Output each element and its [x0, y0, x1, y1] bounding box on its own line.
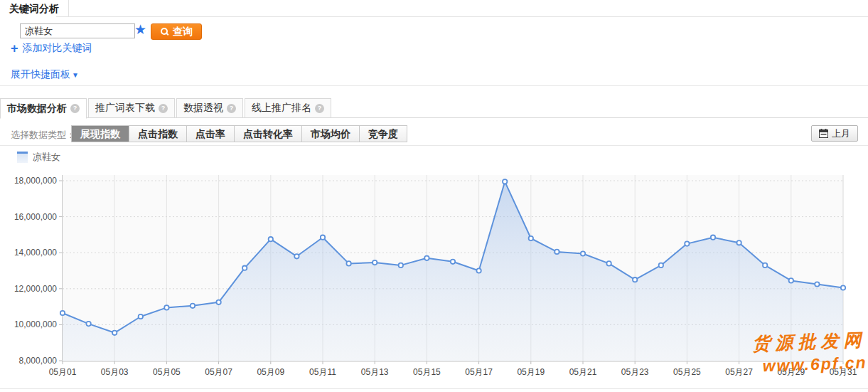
- data-point[interactable]: [294, 254, 299, 258]
- data-point[interactable]: [763, 263, 767, 267]
- caret-down-icon: ▼: [72, 71, 79, 79]
- data-type-option-competition[interactable]: 竞争度: [360, 126, 407, 142]
- legend-label: 凉鞋女: [33, 151, 60, 164]
- data-point[interactable]: [451, 260, 455, 264]
- query-button[interactable]: 查询: [151, 23, 202, 40]
- x-axis-tick-label: 05月07: [205, 367, 232, 377]
- x-axis-tick-label: 05月01: [49, 367, 77, 377]
- data-point[interactable]: [346, 261, 350, 265]
- data-point[interactable]: [581, 251, 585, 255]
- data-point[interactable]: [736, 240, 741, 245]
- y-axis-tick-label: 8,000,000: [19, 356, 58, 366]
- data-point[interactable]: [216, 300, 220, 304]
- tab-promo-wordlist-download[interactable]: 推广词表下载?: [88, 98, 175, 118]
- search-icon: [160, 27, 169, 36]
- keyword-analysis-page: 关键词分析 ★ 查询 + 添加对比关键词 展开快捷面板▼ 市场数据分析?推广词表…: [0, 0, 868, 392]
- chart-legend: 凉鞋女: [17, 151, 60, 164]
- data-point[interactable]: [606, 261, 611, 265]
- data-point[interactable]: [191, 304, 195, 308]
- calendar-icon: [819, 129, 828, 138]
- trend-chart: 8,000,00010,000,00012,000,00014,000,0001…: [0, 171, 868, 392]
- x-axis-tick-label: 05月05: [153, 367, 181, 377]
- y-axis-tick-label: 14,000,000: [14, 248, 57, 258]
- y-axis-tick-label: 18,000,000: [14, 176, 57, 186]
- data-point[interactable]: [242, 266, 247, 270]
- help-icon[interactable]: ?: [159, 104, 168, 113]
- data-point[interactable]: [399, 263, 403, 267]
- data-point[interactable]: [529, 236, 533, 240]
- x-axis-tick-label: 05月25: [673, 367, 701, 377]
- data-type-option-click-index[interactable]: 点击指数: [129, 126, 187, 142]
- trend-chart-svg: 8,000,00010,000,00012,000,00014,000,0001…: [0, 171, 868, 392]
- x-axis-tick-label: 05月21: [569, 367, 597, 377]
- y-axis-tick-label: 12,000,000: [14, 284, 57, 294]
- x-axis-tick-label: 05月29: [777, 367, 805, 377]
- add-compare-label: 添加对比关键词: [23, 42, 92, 55]
- x-axis-tick-label: 05月13: [361, 367, 389, 377]
- section-divider: [0, 145, 868, 146]
- query-button-label: 查询: [173, 26, 193, 38]
- data-type-option-click-conversion-rate[interactable]: 点击转化率: [235, 126, 302, 142]
- data-point[interactable]: [554, 250, 559, 254]
- help-icon[interactable]: ?: [315, 104, 324, 113]
- x-axis-tick-label: 05月27: [725, 367, 753, 377]
- x-axis-tick-label: 05月11: [309, 367, 336, 377]
- legend-area-marker-icon: [17, 152, 28, 163]
- y-axis-tick-label: 16,000,000: [14, 212, 57, 222]
- data-point[interactable]: [476, 268, 481, 272]
- help-icon[interactable]: ?: [227, 104, 236, 113]
- add-compare-keyword-link[interactable]: + 添加对比关键词: [11, 42, 92, 55]
- data-point[interactable]: [503, 179, 507, 184]
- x-axis-tick-label: 05月17: [465, 367, 493, 377]
- data-type-option-impression-index[interactable]: 展现指数: [72, 126, 129, 142]
- data-point[interactable]: [711, 235, 715, 240]
- expand-quick-panel-link[interactable]: 展开快捷面板▼: [11, 68, 79, 81]
- tab-online-promo-ranking[interactable]: 线上推广排名?: [245, 98, 331, 118]
- x-axis-tick-label: 05月09: [257, 367, 284, 377]
- last-month-label: 上月: [832, 127, 850, 140]
- data-point[interactable]: [86, 322, 90, 326]
- favorite-star-icon[interactable]: ★: [134, 22, 146, 38]
- data-point[interactable]: [841, 285, 845, 290]
- data-point[interactable]: [60, 311, 65, 315]
- data-point[interactable]: [659, 263, 663, 267]
- top-tab-strip: 关键词分析: [0, 0, 868, 17]
- data-point[interactable]: [424, 256, 429, 260]
- tab-label: 数据透视: [183, 102, 223, 115]
- data-point[interactable]: [633, 277, 637, 282]
- x-axis-tick-label: 05月23: [621, 367, 649, 377]
- section-divider: [0, 85, 868, 86]
- keyword-input[interactable]: [20, 23, 135, 38]
- page-tab-keyword-analysis[interactable]: 关键词分析: [0, 0, 69, 17]
- x-axis-tick-label: 05月31: [830, 367, 857, 377]
- data-point[interactable]: [139, 314, 143, 319]
- data-point[interactable]: [164, 305, 168, 309]
- tab-market-data-analysis[interactable]: 市场数据分析?: [0, 98, 87, 119]
- tab-label: 市场数据分析: [7, 102, 67, 115]
- tab-label: 线上推广排名: [252, 102, 311, 115]
- data-type-option-market-avg-price[interactable]: 市场均价: [302, 126, 360, 142]
- data-point[interactable]: [112, 331, 117, 335]
- plus-icon: +: [11, 43, 18, 54]
- last-month-button[interactable]: 上月: [811, 125, 858, 142]
- data-point[interactable]: [789, 278, 793, 282]
- page-bottom-border: [0, 388, 868, 389]
- data-type-option-ctr[interactable]: 点击率: [187, 126, 235, 142]
- tab-data-pivot[interactable]: 数据透视?: [176, 98, 243, 118]
- data-type-label: 选择数据类型：: [11, 129, 75, 142]
- help-icon[interactable]: ?: [70, 104, 80, 113]
- tab-label: 推广词表下载: [95, 102, 155, 115]
- data-point[interactable]: [685, 241, 689, 245]
- x-axis-tick-label: 05月15: [413, 367, 441, 377]
- data-point[interactable]: [269, 237, 273, 241]
- y-axis-tick-label: 10,000,000: [14, 319, 57, 329]
- data-type-selector: 展现指数点击指数点击率点击转化率市场均价竞争度: [71, 125, 407, 142]
- expand-quick-panel-label: 展开快捷面板: [11, 68, 70, 80]
- x-axis-tick-label: 05月03: [101, 367, 129, 377]
- data-point[interactable]: [815, 282, 819, 286]
- x-axis-tick-label: 05月19: [517, 367, 545, 377]
- analysis-tab-bar: 市场数据分析?推广词表下载?数据透视?线上推广排名?: [0, 98, 868, 118]
- data-point[interactable]: [321, 235, 325, 240]
- data-point[interactable]: [373, 260, 377, 265]
